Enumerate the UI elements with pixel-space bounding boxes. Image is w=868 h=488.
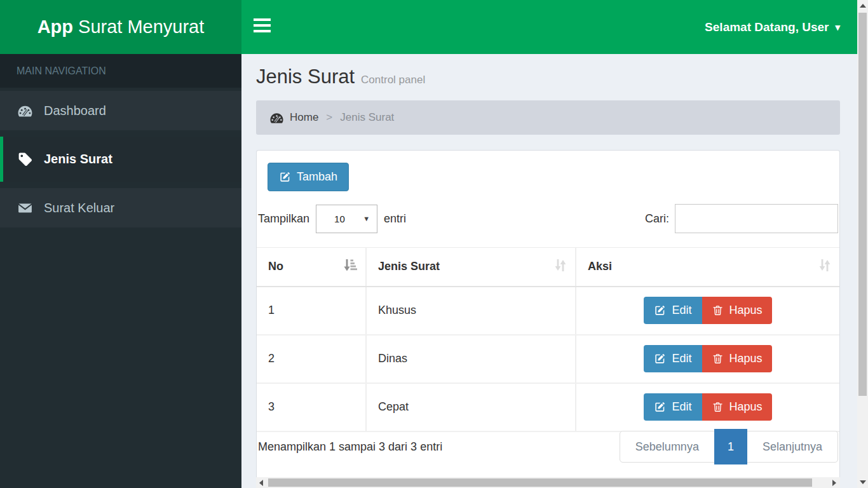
table-header-row: NoJenis SuratAksi: [257, 248, 839, 287]
sidebar-item-dashboard[interactable]: Dashboard: [0, 91, 241, 130]
edit-button[interactable]: Edit: [644, 345, 702, 372]
gauge-icon: [269, 111, 284, 125]
sidebar-toggle-button[interactable]: [254, 18, 271, 36]
cell-no: 2: [257, 335, 366, 383]
search-label: Cari:: [645, 212, 669, 226]
gauge-icon: [17, 103, 33, 119]
page-length-select[interactable]: 10 ▼: [316, 205, 377, 233]
add-button[interactable]: Tambah: [268, 163, 349, 191]
delete-button[interactable]: Hapus: [702, 297, 772, 324]
user-menu[interactable]: Selamat Datang, User ▾: [705, 0, 840, 54]
page-length-value: 10: [334, 214, 345, 224]
hamburger-icon: [254, 18, 271, 21]
pagination: Sebelumnya 1 Selanjutnya: [620, 431, 838, 463]
breadcrumb-home-link[interactable]: Home: [290, 111, 318, 124]
scroll-left-arrow-icon[interactable]: [259, 480, 263, 486]
column-header-aksi[interactable]: Aksi: [576, 248, 839, 287]
table-info: Menampilkan 1 sampai 3 dari 3 entri: [258, 440, 442, 454]
cell-aksi: EditHapus: [576, 287, 839, 335]
app-window: App Surat Menyurat Selamat Datang, User …: [0, 0, 868, 488]
cell-aksi: EditHapus: [576, 335, 839, 383]
pagination-previous-button[interactable]: Sebelumnya: [620, 431, 714, 462]
scroll-down-arrow-icon[interactable]: [860, 480, 866, 484]
pagination-next-button[interactable]: Selanjutnya: [747, 431, 837, 462]
pagination-current-page[interactable]: 1: [714, 429, 747, 464]
sidebar: MAIN NAVIGATION DashboardJenis SuratSura…: [0, 54, 241, 488]
cell-jenis-surat: Khusus: [366, 287, 576, 335]
edit-button[interactable]: Edit: [644, 297, 702, 324]
pencil-square-icon: [654, 353, 666, 365]
delete-button[interactable]: Hapus: [702, 393, 772, 421]
sort-both-icon: [818, 257, 832, 276]
pencil-square-icon: [654, 401, 666, 413]
sidebar-item-label: Surat Keluar: [44, 201, 114, 215]
sidebar-item-jenis-surat[interactable]: Jenis Surat: [0, 137, 241, 182]
brand-bold: App: [37, 17, 73, 37]
pencil-square-icon: [279, 171, 291, 183]
vertical-scrollbar-thumb[interactable]: [858, 13, 867, 396]
envelope-icon: [17, 200, 33, 216]
breadcrumb-current: Jenis Surat: [340, 111, 394, 124]
table-controls: Tampilkan 10 ▼ entri Cari:: [257, 204, 839, 233]
sort-both-icon: [553, 257, 567, 276]
sidebar-item-label: Dashboard: [44, 104, 106, 118]
cell-aksi: EditHapus: [576, 383, 839, 431]
cell-no: 1: [257, 287, 366, 335]
column-header-no[interactable]: No: [257, 248, 366, 287]
table-row: 1KhususEditHapus: [257, 287, 839, 335]
sidebar-section-label: MAIN NAVIGATION: [0, 54, 241, 88]
pencil-square-icon: [654, 304, 666, 316]
table-row: 3CepatEditHapus: [257, 383, 839, 431]
sidebar-item-label: Jenis Surat: [44, 152, 112, 166]
length-label-suffix: entri: [384, 212, 406, 226]
scroll-right-arrow-icon[interactable]: [832, 480, 836, 486]
breadcrumb: Home > Jenis Surat: [256, 100, 840, 135]
table-row: 2DinasEditHapus: [257, 335, 839, 383]
table-footer: Menampilkan 1 sampai 3 dari 3 entri Sebe…: [257, 431, 839, 463]
cell-jenis-surat: Cepat: [366, 383, 576, 431]
select-arrow-icon: ▼: [363, 215, 370, 222]
top-navbar: App Surat Menyurat Selamat Datang, User …: [0, 0, 857, 54]
page-subtitle: Control panel: [361, 74, 425, 86]
column-header-jenis-surat[interactable]: Jenis Surat: [366, 248, 576, 287]
content-box: Tambah Tampilkan 10 ▼ entri Cari: NoJeni…: [256, 150, 840, 478]
content-area: Jenis SuratControl panel Home > Jenis Su…: [241, 54, 857, 488]
trash-icon: [712, 304, 724, 316]
cell-no: 3: [257, 383, 366, 431]
edit-button[interactable]: Edit: [644, 393, 702, 421]
trash-icon: [712, 401, 724, 413]
horizontal-scrollbar-thumb[interactable]: [268, 478, 812, 487]
user-greeting: Selamat Datang, User: [705, 20, 829, 34]
horizontal-scrollbar[interactable]: [256, 477, 840, 488]
sort-asc-icon: [342, 257, 358, 276]
caret-down-icon: ▾: [835, 22, 840, 33]
sidebar-item-surat-keluar[interactable]: Surat Keluar: [0, 188, 241, 227]
scroll-up-arrow-icon[interactable]: [860, 4, 866, 8]
brand-rest: Surat Menyurat: [78, 17, 204, 37]
search-input[interactable]: [675, 204, 838, 233]
breadcrumb-separator: >: [326, 111, 332, 124]
vertical-scrollbar[interactable]: [857, 0, 868, 488]
page-title: Jenis SuratControl panel: [256, 65, 425, 88]
tag-icon: [17, 151, 33, 167]
sidebar-menu: DashboardJenis SuratSurat Keluar: [0, 88, 241, 227]
delete-button[interactable]: Hapus: [702, 345, 772, 372]
trash-icon: [712, 353, 724, 365]
length-label-prefix: Tampilkan: [258, 212, 309, 226]
brand-logo[interactable]: App Surat Menyurat: [0, 0, 241, 54]
cell-jenis-surat: Dinas: [366, 335, 576, 383]
data-table: NoJenis SuratAksi 1KhususEditHapus2Dinas…: [257, 247, 839, 432]
